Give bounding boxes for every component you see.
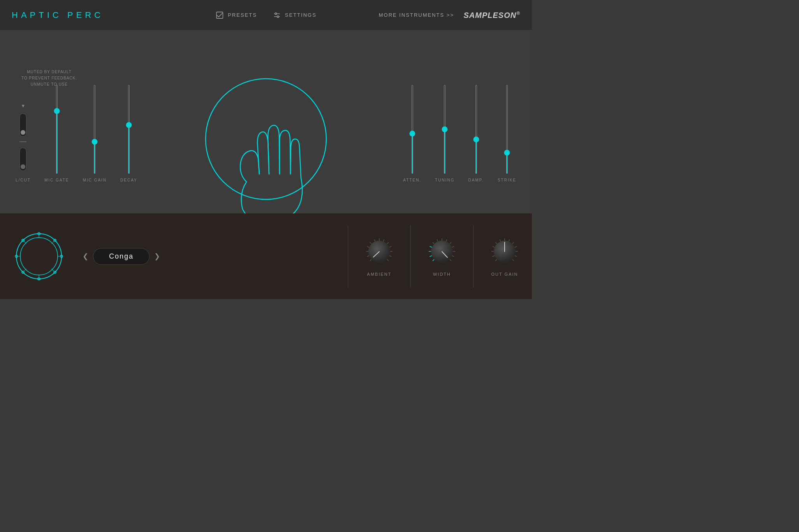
settings-label: SETTINGS — [285, 12, 317, 18]
svg-rect-0 — [216, 12, 223, 18]
presets-label: PRESETS — [228, 12, 257, 18]
instrument-name: Conga — [93, 248, 150, 265]
svg-line-24 — [370, 259, 371, 261]
svg-point-4 — [277, 16, 279, 18]
lcut-divider — [19, 141, 26, 142]
width-knob-container: WIDTH — [426, 236, 458, 277]
header: HAPTIC PERC PRESETS SETTINGS MORE INSTRU… — [0, 0, 532, 30]
mic-gain-label: MIC GAIN — [83, 178, 107, 182]
lcut-arrow-icon: ▼ — [21, 103, 26, 109]
header-nav: PRESETS SETTINGS — [215, 11, 317, 19]
svg-line-29 — [374, 239, 375, 241]
svg-line-66 — [512, 242, 514, 244]
svg-line-51 — [450, 259, 451, 261]
app-title: HAPTIC PERC — [12, 10, 104, 20]
tuning-slider-container: TUNING — [435, 85, 454, 182]
out-gain-knob-container: OUT GAIN — [489, 236, 520, 277]
svg-line-63 — [500, 239, 500, 241]
svg-line-48 — [452, 247, 454, 247]
svg-line-53 — [429, 255, 432, 256]
decay-label: DECAY — [120, 178, 137, 182]
svg-line-59 — [492, 255, 495, 256]
hand-circle-svg — [196, 61, 336, 225]
svg-line-70 — [512, 259, 514, 261]
lcut-toggle-upper[interactable] — [19, 113, 26, 137]
out-gain-knob[interactable] — [489, 236, 520, 267]
drum-icon — [12, 229, 66, 284]
settings-icon — [273, 11, 281, 19]
tuning-label: TUNING — [435, 178, 454, 182]
lcut-slider-container: ▼ L/CUT — [16, 103, 31, 182]
damp-slider[interactable] — [475, 85, 477, 174]
atten-label: ATTEN. — [403, 178, 421, 182]
brand-logo: SAMPLESON® — [463, 11, 520, 20]
svg-line-55 — [430, 247, 432, 247]
strike-slider[interactable] — [506, 85, 508, 174]
svg-line-61 — [493, 247, 495, 247]
mic-gate-slider[interactable] — [56, 85, 58, 174]
sliders-left: ▼ L/CUT MIC GATE MIC GAIN DECAY — [16, 85, 137, 182]
divider-1 — [348, 225, 348, 287]
width-label: WIDTH — [433, 272, 451, 277]
lcut-toggle-lower[interactable] — [19, 148, 26, 171]
next-instrument-button[interactable]: ❯ — [150, 249, 165, 264]
out-gain-label: OUT GAIN — [491, 272, 518, 277]
divider-3 — [473, 225, 473, 287]
strike-slider-container: STRIKE — [498, 85, 516, 182]
svg-line-28 — [370, 242, 371, 244]
svg-point-3 — [275, 13, 277, 15]
svg-line-25 — [367, 255, 369, 256]
svg-point-6 — [16, 234, 62, 279]
strike-label: STRIKE — [498, 178, 516, 182]
mic-gain-slider-container: MIC GAIN — [83, 85, 107, 182]
mic-gate-label: MIC GATE — [44, 178, 69, 182]
svg-line-65 — [509, 239, 509, 241]
bottom-panel: ❮ Conga ❯ — [0, 213, 532, 299]
svg-line-58 — [495, 259, 497, 261]
svg-line-46 — [446, 239, 447, 241]
decay-slider[interactable] — [128, 85, 130, 174]
svg-line-44 — [437, 239, 438, 241]
tuning-slider[interactable] — [444, 85, 445, 174]
settings-nav-item[interactable]: SETTINGS — [273, 11, 317, 19]
instrument-selector: ❮ Conga ❯ — [78, 248, 165, 265]
svg-line-43 — [433, 242, 434, 244]
svg-line-31 — [383, 239, 384, 241]
mic-gate-slider-container: MIC GATE — [44, 85, 69, 182]
svg-line-47 — [450, 242, 451, 244]
lcut-knob-lower — [21, 164, 25, 169]
divider-2 — [410, 225, 411, 287]
svg-line-36 — [387, 259, 389, 261]
ambient-knob[interactable] — [364, 236, 395, 267]
svg-line-33 — [389, 247, 392, 247]
atten-slider[interactable] — [412, 85, 413, 174]
svg-line-69 — [515, 255, 517, 256]
svg-line-50 — [452, 255, 454, 256]
svg-line-67 — [515, 247, 517, 247]
more-instruments-button[interactable]: MORE INSTRUMENTS >> — [379, 12, 454, 18]
svg-line-27 — [367, 247, 370, 247]
svg-line-62 — [495, 242, 497, 244]
decay-slider-container: DECAY — [120, 85, 137, 182]
svg-line-35 — [389, 255, 392, 256]
atten-slider-container: ATTEN. — [403, 85, 421, 182]
prev-instrument-button[interactable]: ❮ — [78, 249, 93, 264]
width-knob[interactable] — [426, 236, 458, 267]
presets-nav-item[interactable]: PRESETS — [215, 11, 257, 19]
damp-slider-container: DAMP. — [468, 85, 484, 182]
svg-line-32 — [387, 242, 389, 244]
ambient-label: AMBIENT — [367, 272, 392, 277]
mic-gain-slider[interactable] — [94, 85, 95, 174]
ambient-knob-container: AMBIENT — [364, 236, 395, 277]
lcut-label: L/CUT — [16, 178, 31, 182]
center-graphic — [196, 61, 336, 217]
svg-point-5 — [206, 79, 326, 199]
svg-line-52 — [433, 259, 434, 261]
damp-label: DAMP. — [468, 178, 484, 182]
lcut-knob-upper — [21, 130, 25, 135]
sliders-right: ATTEN. TUNING DAMP. STRIKE — [403, 85, 516, 182]
presets-icon — [215, 11, 224, 19]
